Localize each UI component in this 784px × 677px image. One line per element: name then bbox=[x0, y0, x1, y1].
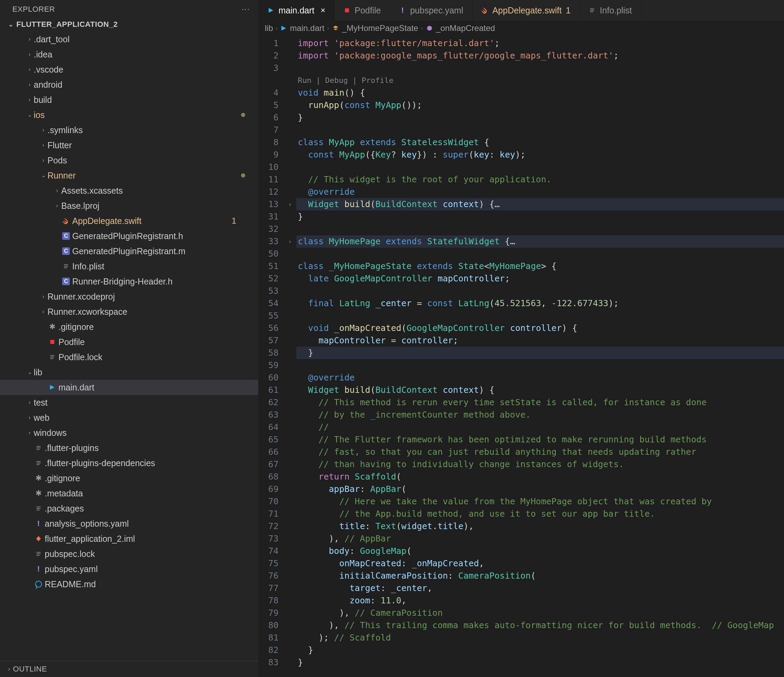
editor-tab[interactable]: main.dart× bbox=[258, 0, 334, 21]
tree-item[interactable]: main.dart bbox=[0, 380, 258, 395]
tree-item[interactable]: ›web bbox=[0, 410, 258, 425]
tree-item[interactable]: ›Runner.xcodeproj bbox=[0, 289, 258, 304]
code-line[interactable]: return Scaffold( bbox=[296, 471, 784, 483]
code-line[interactable]: appBar: AppBar( bbox=[296, 483, 784, 495]
code-line[interactable]: // This widget is the root of your appli… bbox=[296, 173, 784, 186]
code-line[interactable]: class MyApp extends StatelessWidget { bbox=[296, 136, 784, 148]
code-line[interactable]: onMapCreated: _onMapCreated, bbox=[296, 557, 784, 570]
tree-item[interactable]: ›.symlinks bbox=[0, 122, 258, 137]
code-line[interactable]: } bbox=[296, 211, 784, 223]
code-line[interactable]: // This method is rerun every time setSt… bbox=[296, 396, 784, 409]
tree-item[interactable]: AppDelegate.swift1 bbox=[0, 213, 258, 228]
code-line[interactable]: // by the _incrementCounter method above… bbox=[296, 409, 784, 421]
code-line[interactable]: } bbox=[296, 644, 784, 656]
code-line[interactable] bbox=[296, 223, 784, 235]
code-line[interactable]: late GoogleMapController mapController; bbox=[296, 273, 784, 285]
code-content[interactable]: import 'package:flutter/material.dart';i… bbox=[296, 36, 784, 677]
tree-item[interactable]: .packages bbox=[0, 501, 258, 516]
code-line[interactable]: void _onMapCreated(GoogleMapController c… bbox=[296, 322, 784, 334]
breadcrumb-item[interactable]: _MyHomePageState bbox=[342, 23, 418, 33]
code-line[interactable]: ), // This trailing comma makes auto-for… bbox=[296, 619, 784, 632]
tree-item[interactable]: .flutter-plugins-dependencies bbox=[0, 455, 258, 471]
code-line[interactable]: ), // CameraPosition bbox=[296, 607, 784, 619]
breadcrumb[interactable]: lib›main.dart›_MyHomePageState›_onMapCre… bbox=[258, 21, 784, 36]
fold-gutter[interactable]: ›› bbox=[288, 36, 296, 677]
code-line[interactable]: // The Flutter framework has been optimi… bbox=[296, 434, 784, 446]
code-line[interactable]: final LatLng _center = const LatLng(45.5… bbox=[296, 297, 784, 310]
tree-item[interactable]: ›test bbox=[0, 395, 258, 410]
code-line[interactable]: mapController = controller; bbox=[296, 334, 784, 347]
code-line[interactable]: class MyHomePage extends StatefulWidget … bbox=[296, 235, 784, 248]
code-line[interactable]: zoom: 11.0, bbox=[296, 594, 784, 607]
code-line[interactable] bbox=[296, 161, 784, 173]
tree-item[interactable]: pubspec.lock bbox=[0, 546, 258, 562]
editor-tab[interactable]: Podfile bbox=[334, 0, 390, 21]
outline-section[interactable]: › OUTLINE bbox=[0, 661, 258, 677]
tree-item[interactable]: ⌄Runner bbox=[0, 168, 258, 183]
code-line[interactable]: class _MyHomePageState extends State<MyH… bbox=[296, 260, 784, 273]
tree-item[interactable]: Podfile bbox=[0, 334, 258, 349]
tree-item[interactable]: CGeneratedPluginRegistrant.h bbox=[0, 228, 258, 243]
explorer-more-icon[interactable]: ··· bbox=[242, 5, 250, 14]
tree-item[interactable]: ›android bbox=[0, 77, 258, 92]
tree-item[interactable]: !analysis_options.yaml bbox=[0, 516, 258, 531]
code-line[interactable]: // Here we take the value from the MyHom… bbox=[296, 495, 784, 508]
code-line[interactable] bbox=[296, 124, 784, 136]
tree-item[interactable]: CRunner-Bridging-Header.h bbox=[0, 274, 258, 289]
tree-item[interactable]: ✱.gitignore bbox=[0, 319, 258, 334]
tree-item[interactable]: !pubspec.yaml bbox=[0, 562, 258, 577]
editor-tab[interactable]: AppDelegate.swift1 bbox=[473, 0, 580, 21]
code-line[interactable]: import 'package:flutter/material.dart'; bbox=[296, 37, 784, 50]
tree-item[interactable]: ›Pods bbox=[0, 153, 258, 168]
tree-item[interactable]: .flutter-plugins bbox=[0, 440, 258, 455]
tree-item[interactable]: ›.dart_tool bbox=[0, 32, 258, 47]
tree-item[interactable]: ›Flutter bbox=[0, 137, 258, 153]
code-line[interactable]: } bbox=[296, 111, 784, 124]
code-line[interactable]: // fast, so that you can just rebuild an… bbox=[296, 446, 784, 458]
code-line[interactable] bbox=[296, 285, 784, 297]
tree-item[interactable]: CGeneratedPluginRegistrant.m bbox=[0, 243, 258, 259]
code-line[interactable]: runApp(const MyApp()); bbox=[296, 99, 784, 111]
tree-item[interactable]: Podfile.lock bbox=[0, 349, 258, 365]
code-line[interactable]: Widget build(BuildContext context) {… bbox=[296, 198, 784, 211]
tree-item[interactable]: ✱.gitignore bbox=[0, 471, 258, 486]
code-line[interactable]: // than having to individually change in… bbox=[296, 458, 784, 471]
codelens[interactable]: Run | Debug | Profile bbox=[296, 74, 784, 87]
code-line[interactable] bbox=[296, 248, 784, 260]
tree-item[interactable]: ✱.metadata bbox=[0, 486, 258, 501]
code-line[interactable]: initialCameraPosition: CameraPosition( bbox=[296, 570, 784, 582]
tree-item[interactable]: ›Runner.xcworkspace bbox=[0, 304, 258, 319]
tree-item[interactable]: Info.plist bbox=[0, 259, 258, 274]
code-line[interactable]: ), // AppBar bbox=[296, 532, 784, 545]
code-line[interactable] bbox=[296, 62, 784, 74]
tree-item[interactable]: ›windows bbox=[0, 425, 258, 440]
breadcrumb-item[interactable]: lib bbox=[265, 23, 273, 33]
code-line[interactable]: body: GoogleMap( bbox=[296, 545, 784, 557]
tree-item[interactable]: ⌄lib bbox=[0, 365, 258, 380]
code-line[interactable] bbox=[296, 359, 784, 371]
editor-tab[interactable]: !pubspec.yaml bbox=[390, 0, 473, 21]
code-line[interactable]: // bbox=[296, 421, 784, 434]
code-line[interactable]: // the App.build method, and use it to s… bbox=[296, 508, 784, 520]
breadcrumb-item[interactable]: main.dart bbox=[290, 23, 324, 33]
code-line[interactable]: void main() { bbox=[296, 87, 784, 99]
tree-item[interactable]: flutter_application_2.iml bbox=[0, 531, 258, 546]
code-line[interactable]: title: Text(widget.title), bbox=[296, 520, 784, 532]
code-line[interactable]: import 'package:google_maps_flutter/goog… bbox=[296, 50, 784, 62]
code-line[interactable]: @override bbox=[296, 371, 784, 384]
code-line[interactable]: const MyApp({Key? key}) : super(key: key… bbox=[296, 148, 784, 161]
tree-item[interactable]: ⌄ios bbox=[0, 107, 258, 122]
code-line[interactable] bbox=[296, 310, 784, 322]
close-icon[interactable]: × bbox=[320, 6, 325, 15]
code-line[interactable]: target: _center, bbox=[296, 582, 784, 594]
tree-item[interactable]: iREADME.md bbox=[0, 577, 258, 592]
tree-item[interactable]: ›build bbox=[0, 92, 258, 107]
project-root[interactable]: ⌄ FLUTTER_APPLICATION_2 bbox=[0, 17, 258, 32]
code-line[interactable]: } bbox=[296, 347, 784, 359]
tree-item[interactable]: ›Base.lproj bbox=[0, 198, 258, 213]
code-line[interactable]: @override bbox=[296, 186, 784, 198]
breadcrumb-item[interactable]: _onMapCreated bbox=[436, 23, 495, 33]
tree-item[interactable]: ›.idea bbox=[0, 47, 258, 62]
code-line[interactable]: } bbox=[296, 656, 784, 669]
tree-item[interactable]: ›Assets.xcassets bbox=[0, 183, 258, 198]
